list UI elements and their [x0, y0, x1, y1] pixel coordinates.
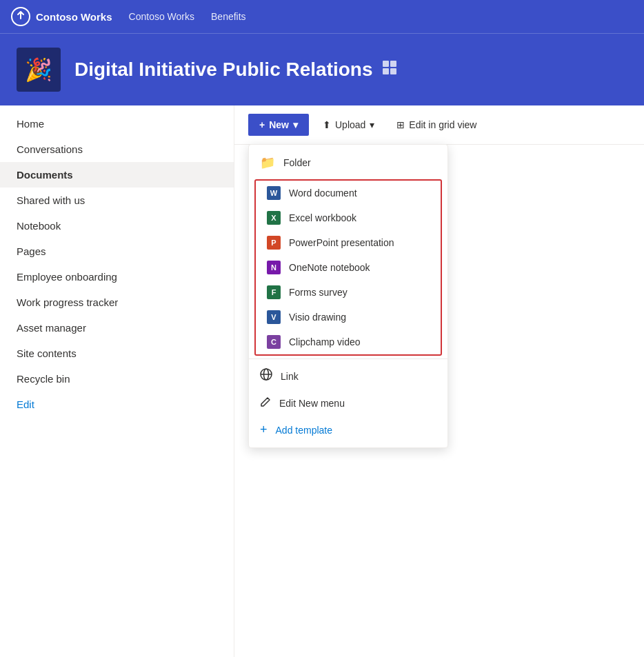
toolbar: + New ▾ ⬆ Upload ▾ ⊞ Edit in grid view — [234, 105, 644, 145]
dropdown-item-add-template[interactable]: + Add template — [249, 416, 447, 443]
edit-new-menu-label: Edit New menu — [279, 398, 345, 409]
dropdown-item-word[interactable]: W Word document — [256, 181, 441, 205]
forms-icon: F — [267, 285, 281, 299]
site-title-text: Digital Initiative Public Relations — [74, 59, 373, 81]
sidebar-item-conversations[interactable]: Conversations — [0, 137, 234, 162]
folder-icon: 📁 — [260, 155, 275, 170]
upload-icon: ⬆ — [323, 119, 331, 130]
powerpoint-label: PowerPoint presentation — [289, 237, 394, 248]
dropdown-item-powerpoint[interactable]: P PowerPoint presentation — [256, 230, 441, 255]
grid-icon: ⊞ — [396, 119, 405, 130]
sidebar-item-documents[interactable]: Documents — [0, 162, 234, 188]
nav-link-benefits[interactable]: Benefits — [211, 11, 246, 22]
sidebar-item-asset-manager[interactable]: Asset manager — [0, 315, 234, 341]
new-chevron-icon: ▾ — [293, 119, 298, 130]
upload-chevron-icon: ▾ — [370, 119, 374, 130]
sidebar-item-site-contents[interactable]: Site contents — [0, 341, 234, 366]
sidebar-item-shared-with-us[interactable]: Shared with us — [0, 188, 234, 213]
excel-label: Excel workbook — [289, 212, 356, 223]
svg-rect-4 — [390, 68, 396, 74]
clipchamp-icon: C — [267, 335, 281, 349]
dropdown-item-edit-new-menu[interactable]: Edit New menu — [249, 390, 447, 416]
sidebar-item-work-progress-tracker[interactable]: Work progress tracker — [0, 290, 234, 315]
site-header: 🎉 Digital Initiative Public Relations — [0, 33, 644, 105]
dropdown-item-folder[interactable]: 📁 Folder — [249, 149, 447, 176]
top-nav: Contoso Works Contoso Works Benefits — [0, 0, 644, 33]
upload-label: Upload — [335, 119, 365, 130]
add-template-label: Add template — [276, 425, 333, 436]
dropdown-item-visio[interactable]: V Visio drawing — [256, 305, 441, 330]
excel-icon: X — [267, 211, 281, 225]
nav-link-contosoworks[interactable]: Contoso Works — [129, 11, 194, 22]
visio-icon: V — [267, 310, 281, 324]
folder-label: Folder — [283, 157, 311, 168]
edit-grid-label: Edit in grid view — [409, 119, 476, 130]
sidebar: Home Conversations Documents Shared with… — [0, 105, 234, 657]
forms-label: Forms survey — [289, 287, 348, 298]
dropdown-office-section: W Word document X Excel workbook P Power… — [254, 179, 442, 356]
link-icon — [260, 368, 272, 384]
site-title: Digital Initiative Public Relations — [74, 59, 398, 81]
nav-logo[interactable]: Contoso Works — [11, 7, 112, 26]
logo-icon — [11, 7, 30, 26]
sidebar-item-employee-onboarding[interactable]: Employee onboarding — [0, 264, 234, 290]
new-button[interactable]: + New ▾ — [248, 114, 309, 136]
link-label: Link — [281, 371, 299, 382]
plus-icon: + — [259, 119, 265, 130]
upload-button[interactable]: ⬆ Upload ▾ — [314, 114, 383, 136]
nav-site-name: Contoso Works — [36, 11, 112, 23]
sidebar-item-recycle-bin[interactable]: Recycle bin — [0, 366, 234, 392]
onenote-label: OneNote notebook — [289, 262, 370, 273]
org-icon — [381, 59, 398, 80]
sidebar-item-pages[interactable]: Pages — [0, 239, 234, 264]
site-icon: 🎉 — [17, 48, 61, 92]
new-button-label: New — [269, 119, 289, 130]
main-layout: Home Conversations Documents Shared with… — [0, 105, 644, 657]
visio-label: Visio drawing — [289, 312, 346, 323]
new-dropdown-menu: 📁 Folder W Word document X Excel workboo… — [248, 144, 448, 448]
dropdown-item-excel[interactable]: X Excel workbook — [256, 205, 441, 230]
dropdown-item-link[interactable]: Link — [249, 362, 447, 390]
sidebar-item-notebook[interactable]: Notebook — [0, 213, 234, 239]
sidebar-item-edit[interactable]: Edit — [0, 392, 234, 417]
content-area: + New ▾ ⬆ Upload ▾ ⊞ Edit in grid view 📁… — [234, 105, 644, 657]
dropdown-item-forms[interactable]: F Forms survey — [256, 280, 441, 305]
dropdown-item-onenote[interactable]: N OneNote notebook — [256, 255, 441, 280]
dropdown-divider — [249, 358, 447, 359]
clipchamp-label: Clipchamp video — [289, 336, 361, 347]
sidebar-item-home[interactable]: Home — [0, 111, 234, 137]
onenote-icon: N — [267, 261, 281, 274]
add-template-icon: + — [260, 423, 268, 437]
edit-new-menu-icon — [260, 396, 271, 410]
word-icon: W — [267, 186, 281, 200]
powerpoint-icon: P — [267, 236, 281, 250]
edit-grid-button[interactable]: ⊞ Edit in grid view — [388, 114, 485, 136]
dropdown-item-clipchamp[interactable]: C Clipchamp video — [256, 330, 441, 354]
svg-rect-1 — [383, 61, 389, 67]
svg-rect-2 — [390, 61, 396, 67]
word-label: Word document — [289, 188, 357, 199]
svg-rect-3 — [383, 68, 389, 74]
